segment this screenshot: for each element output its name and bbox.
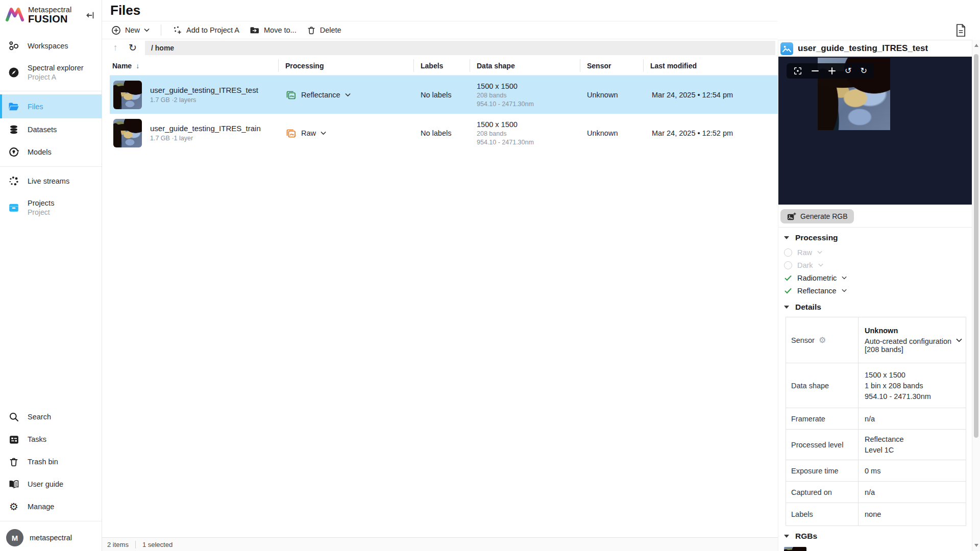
check-icon: [784, 274, 792, 282]
panel-scrollbar[interactable]: [972, 40, 980, 551]
sidebar-item-search[interactable]: Search: [0, 406, 102, 428]
processing-value: Raw: [301, 129, 316, 137]
rotate-ccw-icon[interactable]: ↺: [845, 67, 851, 75]
collapse-triangle-icon: [784, 306, 789, 309]
processing-option-reflectance[interactable]: Reflectance: [778, 284, 972, 297]
project-box-icon: [8, 202, 19, 213]
breadcrumb[interactable]: / home: [145, 41, 775, 55]
processing-section-header[interactable]: Processing: [778, 228, 972, 246]
chevron-down-icon: [321, 131, 326, 135]
delete-button[interactable]: Delete: [302, 23, 347, 38]
sidebar-item-trash-bin[interactable]: Trash bin: [0, 450, 102, 473]
image-preview: ↺ ↻: [778, 57, 972, 205]
new-button[interactable]: New: [106, 23, 155, 38]
scatter-plus-icon: [173, 26, 182, 35]
rgbs-section-header[interactable]: RGBs: [778, 526, 972, 544]
sidebar-label: User guide: [28, 480, 63, 488]
user-name: metaspectral: [30, 534, 72, 542]
sidebar-label: Manage: [28, 503, 54, 511]
folder-move-icon: [250, 26, 260, 35]
file-thumbnail: [113, 119, 142, 147]
sidebar-label: Workspaces: [28, 42, 68, 50]
zoom-in-icon[interactable]: [828, 67, 836, 75]
sidebar-label: Models: [28, 148, 52, 156]
layers-image-icon: [285, 128, 297, 139]
sidebar-label: Live streams: [28, 177, 69, 185]
processing-option-radiometric[interactable]: Radiometric: [778, 271, 972, 284]
processing-option-raw[interactable]: Raw: [778, 246, 972, 259]
trash-icon: [307, 26, 316, 35]
scrollbar-thumb[interactable]: [974, 54, 978, 438]
sensor-settings-gear-icon[interactable]: ⚙: [819, 336, 826, 344]
sidebar-item-manage[interactable]: ⚙ Manage: [0, 495, 102, 518]
processing-dropdown[interactable]: Reflectance: [278, 89, 413, 101]
chevron-down-icon: [817, 251, 822, 254]
rgb-thumbnail: [784, 547, 806, 551]
radio-unchecked-icon: [784, 248, 792, 257]
sidebar-item-datasets[interactable]: Datasets: [0, 118, 102, 141]
chevron-down-icon[interactable]: [956, 338, 962, 342]
refresh-button[interactable]: ↻: [125, 42, 141, 54]
sidebar-label: Tasks: [28, 435, 46, 443]
files-toolbar: New Add to Project A: [102, 21, 778, 39]
sidebar-item-projects[interactable]: Projects Project: [0, 192, 102, 223]
check-icon: [784, 287, 792, 295]
chevron-down-icon: [345, 93, 351, 97]
sidebar-item-files[interactable]: Files: [0, 94, 102, 118]
details-section-header[interactable]: Details: [778, 297, 972, 315]
sensor-select[interactable]: Unknown Auto-created configuration [208 …: [859, 317, 966, 363]
divider: [0, 166, 102, 167]
sidebar-item-live-streams[interactable]: Live streams: [0, 170, 102, 192]
chevron-down-icon: [144, 28, 150, 32]
user-account[interactable]: M metaspectral: [0, 524, 102, 551]
column-header-processing[interactable]: Processing: [278, 56, 413, 75]
sidebar-item-user-guide[interactable]: User guide: [0, 473, 102, 495]
sidebar-collapse-button[interactable]: [84, 9, 96, 21]
table-row[interactable]: user_guide_testing_ITRES_train 1.7 GB ·1…: [110, 114, 778, 152]
zoom-out-icon[interactable]: [811, 67, 819, 75]
file-name: user_guide_testing_ITRES_train: [150, 124, 261, 133]
document-panel-button[interactable]: [955, 23, 967, 37]
processed-level-value: Reflectance Level 1C: [859, 430, 966, 460]
sidebar-item-tasks[interactable]: Tasks: [0, 428, 102, 450]
column-header-sensor[interactable]: Sensor: [580, 56, 643, 75]
up-directory-button[interactable]: ↑: [108, 42, 122, 53]
labels-value: No labels: [413, 129, 470, 137]
scroll-up-arrow[interactable]: [974, 44, 978, 47]
collapse-triangle-icon: [784, 535, 789, 538]
rgb-list-item[interactable]: Radiance: [778, 544, 972, 551]
table-row[interactable]: user_guide_testing_ITRES_test 1.7 GB ·2 …: [110, 76, 778, 114]
column-header-data-shape[interactable]: Data shape: [470, 56, 580, 75]
data-shape-value: 1500 x 1500 1 bin x 208 bands 954.10 - 2…: [859, 363, 966, 408]
radio-unchecked-icon: [784, 261, 792, 269]
processing-dropdown[interactable]: Raw: [278, 128, 413, 139]
processing-value: Reflectance: [301, 91, 340, 99]
rotate-cw-icon[interactable]: ↻: [860, 67, 867, 75]
status-bar: 2 items 1 selected: [102, 537, 778, 551]
breadcrumb-path: / home: [151, 44, 174, 52]
layers-image-icon: [285, 89, 297, 101]
exposure-time-value: 0 ms: [859, 460, 966, 481]
processing-option-dark[interactable]: Dark: [778, 259, 972, 271]
live-streams-icon: [8, 176, 19, 187]
new-label: New: [125, 26, 140, 34]
sensor-value: Unknown: [580, 91, 643, 99]
table-header: Name ↓ Processing Labels Data shape Sens…: [110, 56, 778, 76]
column-header-last-modified[interactable]: Last modified: [643, 56, 775, 75]
main-content: Files New Add: [102, 0, 778, 551]
sidebar-item-models[interactable]: Models: [0, 141, 102, 163]
sidebar-item-workspaces[interactable]: Workspaces: [0, 35, 102, 57]
sidebar-item-spectral-explorer[interactable]: Spectral explorer Project A: [0, 57, 102, 88]
last-modified-value: Mar 24, 2025 • 12:52 pm: [643, 129, 775, 137]
framerate-value: n/a: [859, 408, 966, 429]
column-header-name[interactable]: Name ↓: [110, 56, 278, 75]
labels-value: none: [859, 503, 966, 525]
add-to-project-label: Add to Project A: [186, 26, 239, 34]
chevron-down-icon: [842, 276, 847, 280]
fit-to-screen-icon[interactable]: [793, 66, 802, 76]
column-header-labels[interactable]: Labels: [413, 56, 470, 75]
generate-rgb-button[interactable]: Generate RGB: [780, 209, 854, 223]
scroll-down-arrow[interactable]: [974, 544, 978, 547]
add-to-project-button[interactable]: Add to Project A: [167, 23, 244, 38]
move-to-button[interactable]: Move to...: [244, 23, 302, 37]
